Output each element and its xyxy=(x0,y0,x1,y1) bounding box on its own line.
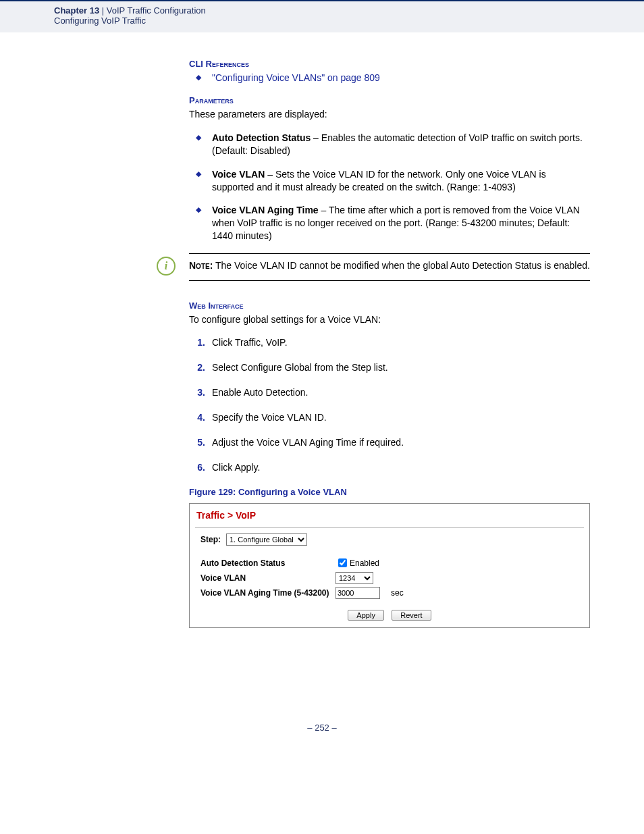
note-label: Note: xyxy=(189,260,213,271)
step-text: Select Configure Global from the Step li… xyxy=(212,362,388,373)
param-item: Voice VLAN Aging Time – The time after w… xyxy=(189,204,590,242)
step-number: 2. xyxy=(189,361,205,374)
parameters-intro: These parameters are displayed: xyxy=(189,108,590,121)
param-name: Auto Detection Status xyxy=(212,132,311,143)
page-number: – 252 – xyxy=(0,723,644,733)
param-name: Voice VLAN Aging Time xyxy=(212,205,319,215)
header-subtitle: Configuring VoIP Traffic xyxy=(54,16,644,26)
cli-link[interactable]: "Configuring Voice VLANs" on page 809 xyxy=(212,72,380,83)
cli-list: "Configuring Voice VLANs" on page 809 xyxy=(189,72,590,84)
parameters-list: Auto Detection Status – Enables the auto… xyxy=(189,132,590,242)
parameters-heading: Parameters xyxy=(189,95,590,107)
step-item: 3.Enable Auto Detection. xyxy=(189,386,590,399)
chapter-title: VoIP Traffic Configuration xyxy=(107,5,206,16)
step-number: 5. xyxy=(189,436,205,449)
step-text: Adjust the Voice VLAN Aging Time if requ… xyxy=(212,437,404,448)
step-item: 4.Specify the Voice VLAN ID. xyxy=(189,411,590,424)
voice-vlan-select[interactable]: 1234 xyxy=(336,572,373,584)
step-row: Step: 1. Configure Global xyxy=(195,533,584,546)
aging-time-label: Voice VLAN Aging Time (5-43200) xyxy=(200,588,336,598)
step-label: Step: xyxy=(200,534,221,545)
button-row: Apply Revert xyxy=(195,610,584,621)
step-number: 6. xyxy=(189,461,205,474)
step-number: 3. xyxy=(189,386,205,399)
param-item: Auto Detection Status – Enables the auto… xyxy=(189,132,590,157)
enabled-label: Enabled xyxy=(350,558,379,569)
note-separator-bottom xyxy=(189,280,590,281)
page-header: Chapter 13 | VoIP Traffic Configuration … xyxy=(0,0,644,32)
note-separator-top xyxy=(189,253,590,254)
note-block: i Note: The Voice VLAN ID cannot be modi… xyxy=(189,259,590,272)
param-item: Voice VLAN – Sets the Voice VLAN ID for … xyxy=(189,168,590,194)
cli-heading: CLI References xyxy=(189,58,590,70)
ui-breadcrumb: Traffic > VoIP xyxy=(195,508,584,526)
step-item: 6.Click Apply. xyxy=(189,461,590,474)
step-number: 1. xyxy=(189,336,205,349)
step-text: Click Traffic, VoIP. xyxy=(212,337,288,348)
apply-button[interactable]: Apply xyxy=(348,610,384,621)
aging-unit: sec xyxy=(391,588,404,598)
info-icon: i xyxy=(157,257,176,276)
voice-vlan-label: Voice VLAN xyxy=(200,573,336,583)
revert-button[interactable]: Revert xyxy=(392,610,431,621)
chapter-sep: | xyxy=(99,5,107,16)
ui-divider xyxy=(195,527,584,528)
auto-detection-row: Auto Detection Status Enabled xyxy=(195,556,584,569)
voice-vlan-row: Voice VLAN 1234 xyxy=(195,572,584,584)
step-text: Enable Auto Detection. xyxy=(212,387,308,398)
step-item: 1.Click Traffic, VoIP. xyxy=(189,336,590,349)
step-select[interactable]: 1. Configure Global xyxy=(226,533,307,546)
web-heading: Web Interface xyxy=(189,300,590,312)
step-item: 2.Select Configure Global from the Step … xyxy=(189,361,590,374)
page-content: CLI References "Configuring Voice VLANs"… xyxy=(189,32,590,628)
chapter-label: Chapter 13 xyxy=(54,5,99,16)
step-number: 4. xyxy=(189,411,205,424)
step-item: 5.Adjust the Voice VLAN Aging Time if re… xyxy=(189,436,590,449)
cli-link-item: "Configuring Voice VLANs" on page 809 xyxy=(189,72,590,84)
step-text: Click Apply. xyxy=(212,462,260,473)
figure-title: Figure 129: Configuring a Voice VLAN xyxy=(189,486,590,498)
auto-detection-label: Auto Detection Status xyxy=(200,558,336,569)
auto-detection-checkbox[interactable] xyxy=(338,558,347,567)
step-text: Specify the Voice VLAN ID. xyxy=(212,412,327,423)
web-steps: 1.Click Traffic, VoIP. 2.Select Configur… xyxy=(189,336,590,473)
note-text: The Voice VLAN ID cannot be modified whe… xyxy=(213,260,590,271)
aging-time-input[interactable] xyxy=(336,587,380,599)
aging-time-row: Voice VLAN Aging Time (5-43200) sec xyxy=(195,587,584,599)
param-name: Voice VLAN xyxy=(212,169,265,180)
ui-panel: Traffic > VoIP Step: 1. Configure Global… xyxy=(189,503,590,628)
web-intro: To configure global settings for a Voice… xyxy=(189,313,590,326)
